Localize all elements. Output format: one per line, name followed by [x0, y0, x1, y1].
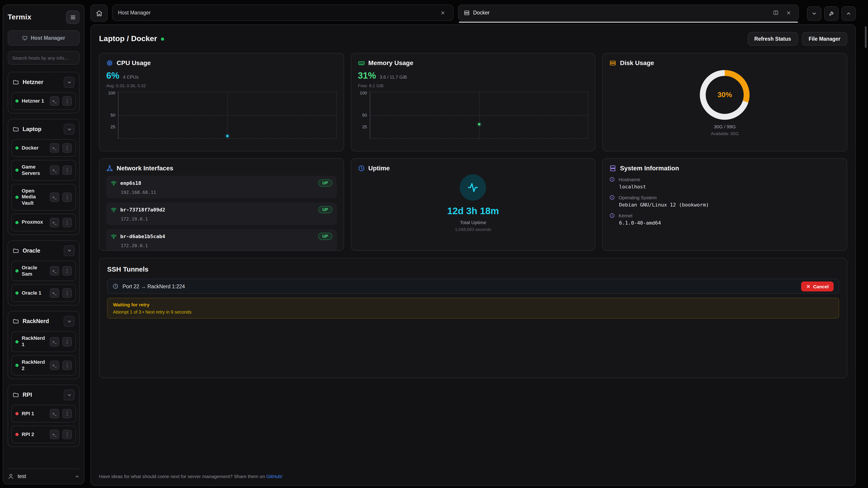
group-collapse-button[interactable] [64, 77, 74, 88]
host-manager-button[interactable]: Host Manager [8, 30, 80, 46]
host-terminal-button[interactable]: >_ [50, 409, 59, 419]
host-terminal-button[interactable]: >_ [50, 166, 59, 175]
host-status-dot [16, 364, 19, 367]
interface-status-badge: UP [318, 206, 332, 213]
host-terminal-button[interactable]: >_ [50, 143, 59, 153]
disk-donut-chart: 30% [700, 70, 749, 120]
host-item[interactable]: Oracle 1 >_ ⋮ [11, 285, 76, 302]
host-item[interactable]: Game Servers >_ ⋮ [11, 160, 76, 181]
page-header: Laptop / Docker Refresh Status File Mana… [99, 32, 847, 46]
host-terminal-button[interactable]: >_ [50, 289, 59, 298]
host-menu-button[interactable]: ⋮ [62, 289, 72, 298]
host-menu-button[interactable]: ⋮ [62, 361, 72, 370]
group-header[interactable]: Laptop [11, 123, 76, 136]
tunnel-cancel-button[interactable]: Cancel [801, 281, 834, 291]
expand-panel-button[interactable] [841, 6, 856, 21]
cpu-usage-card: CPU Usage 6% 4 CPUs Avg: 0.33, 0.36, 0.3… [99, 53, 344, 151]
group-header[interactable]: RackNerd [11, 315, 76, 328]
warning-detail: Attempt 1 of 3 • Next retry in 9 seconds [113, 310, 833, 315]
sidebar-menu-button[interactable] [66, 10, 80, 24]
stats-grid: CPU Usage 6% 4 CPUs Avg: 0.33, 0.36, 0.3… [99, 53, 847, 251]
host-group-oracle: Oracle Oracle Sam >_ ⋮ Oracle 1 >_ ⋮ [8, 240, 80, 306]
hamburger-icon [70, 14, 76, 20]
github-link[interactable]: GitHub! [266, 474, 282, 479]
home-button[interactable] [90, 4, 107, 22]
group-header[interactable]: RPI [11, 388, 76, 402]
host-terminal-button[interactable]: >_ [50, 96, 59, 106]
host-item[interactable]: Docker >_ ⋮ [11, 139, 76, 157]
host-menu-button[interactable]: ⋮ [62, 166, 72, 175]
chevron-down-icon [67, 319, 72, 324]
system-field: Kernel 6.1.0-40-amd64 [610, 213, 840, 226]
footer-text: Have ideas for what should come next for… [99, 474, 266, 479]
app-brand: Termix [8, 13, 31, 21]
interface-name: br-d6abe1b5cab4 [120, 233, 315, 239]
memory-chart: 100 50 25 [358, 92, 588, 139]
scrollbar[interactable] [865, 26, 867, 48]
terminal-icon: >_ [53, 168, 57, 172]
terminal-icon: >_ [53, 195, 57, 199]
user-icon [8, 473, 14, 480]
host-menu-button[interactable]: ⋮ [62, 337, 72, 346]
user-menu[interactable]: test [8, 468, 80, 480]
host-menu-button[interactable]: ⋮ [62, 430, 72, 440]
ssh-tunnels-title: SSH Tunnels [107, 265, 839, 273]
host-terminal-button[interactable]: >_ [50, 337, 59, 346]
host-item[interactable]: RackNerd 2 >_ ⋮ [11, 355, 76, 376]
host-item[interactable]: RPI 1 >_ ⋮ [11, 405, 76, 423]
terminal-icon: >_ [53, 221, 57, 225]
file-manager-button[interactable]: File Manager [802, 32, 847, 46]
memory-icon [358, 59, 365, 66]
split-view-button[interactable] [771, 8, 780, 17]
search-input[interactable] [8, 51, 80, 65]
network-interfaces-card: Network Interfaces enp6s18 UP 192.168.68… [99, 158, 344, 251]
host-status-dot [16, 147, 19, 150]
host-menu-button[interactable]: ⋮ [62, 143, 72, 153]
terminal-icon: >_ [53, 339, 57, 344]
host-name: Hetzner 1 [22, 98, 46, 104]
host-group-rpi: RPI RPI 1 >_ ⋮ RPI 2 >_ ⋮ [8, 385, 80, 447]
host-item[interactable]: Oracle Sam >_ ⋮ [11, 261, 76, 281]
group-collapse-button[interactable] [64, 246, 74, 256]
tab-close-button[interactable] [784, 8, 793, 17]
host-terminal-button[interactable]: >_ [50, 192, 59, 202]
host-terminal-button[interactable]: >_ [50, 218, 59, 227]
topbar-controls [807, 4, 856, 21]
host-item[interactable]: Hetzner 1 >_ ⋮ [11, 92, 76, 110]
disk-usage-card: Disk Usage 30% 30G / 99G Available: 65G [602, 53, 847, 151]
group-collapse-button[interactable] [64, 316, 74, 327]
page-status-dot [161, 37, 164, 40]
host-terminal-button[interactable]: >_ [50, 361, 59, 370]
group-label: Oracle [23, 248, 60, 254]
interface-status-badge: UP [318, 180, 332, 187]
group-header[interactable]: Hetzner [11, 75, 76, 89]
tab-close-button[interactable] [438, 8, 447, 17]
host-item[interactable]: RackNerd 1 >_ ⋮ [11, 331, 76, 352]
group-collapse-button[interactable] [64, 124, 74, 135]
host-item[interactable]: Open Media Vault >_ ⋮ [11, 184, 76, 210]
host-menu-button[interactable]: ⋮ [62, 266, 72, 275]
host-item[interactable]: Proxmox >_ ⋮ [11, 214, 76, 231]
memory-percent: 31% [358, 70, 376, 81]
chevron-up-icon [846, 11, 851, 16]
host-menu-button[interactable]: ⋮ [62, 409, 72, 419]
host-status-dot [16, 99, 19, 103]
group-header[interactable]: Oracle [11, 244, 76, 258]
host-menu-button[interactable]: ⋮ [62, 192, 72, 202]
host-terminal-button[interactable]: >_ [50, 430, 59, 440]
host-menu-button[interactable]: ⋮ [62, 96, 72, 106]
ssh-tunnels-panel: SSH Tunnels Port 22 → RackNerd 1:224 Can… [99, 258, 847, 378]
kebab-icon: ⋮ [65, 195, 70, 199]
collapse-panel-button[interactable] [807, 6, 822, 21]
tab-host-manager[interactable]: Host Manager [112, 4, 453, 21]
refresh-status-button[interactable]: Refresh Status [747, 32, 798, 46]
host-item[interactable]: RPI 2 >_ ⋮ [11, 426, 76, 444]
host-terminal-button[interactable]: >_ [50, 266, 59, 275]
disk-icon [610, 59, 616, 66]
tab-docker[interactable]: Docker [458, 4, 799, 21]
terminal-icon: >_ [53, 433, 57, 437]
group-collapse-button[interactable] [64, 390, 74, 400]
tools-button[interactable] [824, 6, 839, 21]
group-label: RPI [23, 392, 60, 398]
host-menu-button[interactable]: ⋮ [62, 218, 72, 227]
